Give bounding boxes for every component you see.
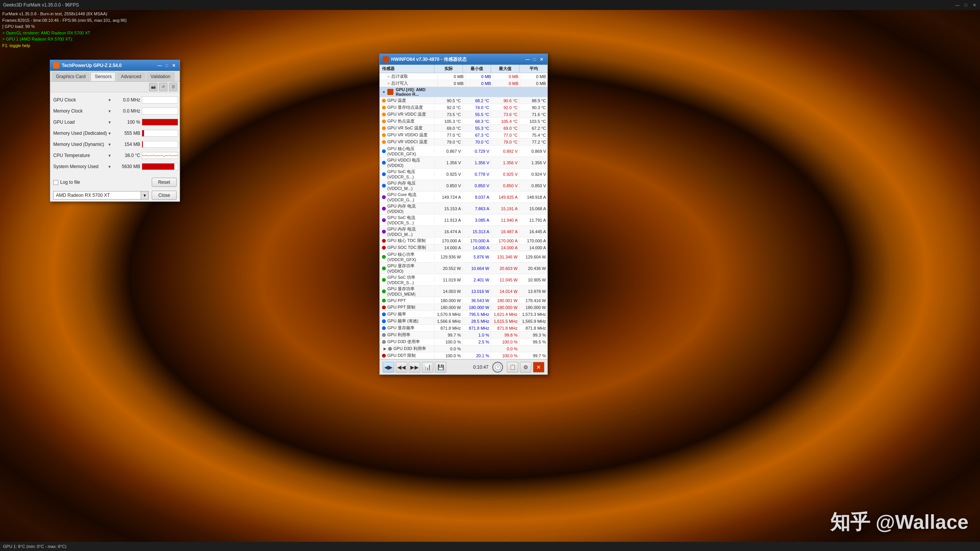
hw-val-soc-tdc-max: 14.000 A <box>491 245 519 250</box>
gpu-expand-arrow[interactable]: ▼ <box>382 90 386 94</box>
snapshot-btn[interactable]: 📷 <box>149 83 157 91</box>
hw-row-mem-current2: GPU 内存 电流 (VDDCI_M...) 16.474 A 15.313 A… <box>380 226 547 237</box>
hwinfo-window: HWiNFO64 v7.30-4870 - 传感器状态 — □ ✕ 传感器 实际… <box>379 54 548 375</box>
soc-volt-icon <box>382 172 386 176</box>
hw-val-vram-junc-min: 74.0 °C <box>462 105 491 110</box>
hw-val-vddci-volt-min: 1.356 V <box>462 160 491 165</box>
sensor-value-gpu-load: 100 % <box>113 119 142 125</box>
close-button[interactable]: Close <box>152 191 177 200</box>
sys-mem-arrow[interactable]: ▼ <box>108 165 111 169</box>
sensor-value-sys-mem: 5630 MB <box>113 164 142 169</box>
hw-chart-btn[interactable]: 📊 <box>422 362 433 373</box>
hwinfo-title: HWiNFO64 v7.30-4870 - 传感器状态 <box>391 56 524 63</box>
hw-val-d3d-util-avg <box>519 348 547 349</box>
tab-sensors[interactable]: Sensors <box>90 72 116 81</box>
gpuz-maximize[interactable]: □ <box>164 62 170 69</box>
hw-close-btn[interactable]: ✕ <box>533 362 544 373</box>
sensor-bar-mem-dedicated <box>142 130 178 137</box>
gpuz-close[interactable]: ✕ <box>170 62 177 69</box>
hw-val-soc-curr-min: 3.085 A <box>462 217 491 223</box>
hw-sensor-d3d-use: GPU D3D 使用率 <box>380 338 434 345</box>
hwinfo-minimize[interactable]: — <box>524 56 531 62</box>
hw-val-vr-vddio-max: 77.0 °C <box>491 132 519 138</box>
watermark: 知乎 @Wallace <box>830 509 969 536</box>
hw-val-writes-avg: 0 MB <box>520 81 547 86</box>
hw-val-soc-volt-avg: 0.924 V <box>519 172 547 177</box>
hw-row-core-power: GPU 核心功率 (VDDCR_GFX) 129.936 W 5.876 W 1… <box>380 251 547 263</box>
reset-button[interactable]: Reset <box>152 178 177 187</box>
tab-graphics-card[interactable]: Graphics Card <box>52 72 90 81</box>
hw-val-gpu-freq-avg: 1,573.3 MHz <box>519 312 547 317</box>
menu-btn[interactable]: ☰ <box>169 83 177 91</box>
hw-val-vram-pwr2-a: 14.003 W <box>434 289 462 294</box>
hw-fwd-btn[interactable]: ▶▶ <box>409 362 420 373</box>
hw-row-soc-current: GPU SoC 电流 (VDDCR_S...) 11.913 A 3.085 A… <box>380 214 547 226</box>
hw-copy-btn[interactable]: 📋 <box>507 362 518 373</box>
hw-row-soc-tdc: GPU SOC TDC 限制 14.000 A 14.000 A 14.000 … <box>380 244 547 251</box>
hw-val-core-pwr-max: 131.346 W <box>491 254 519 260</box>
hw-back-btn[interactable]: ◀◀ <box>396 362 407 373</box>
hw-row-d3d-util: ▶ GPU D3D 利用率 0.0 % 0.0 % <box>380 345 547 352</box>
hw-back-fwd-btn[interactable]: ◀▶ <box>383 362 394 373</box>
d3d-util-expand[interactable]: ▶ <box>383 347 387 351</box>
sensor-label-mem-dynamic: Memory Used (Dynamic) ▼ <box>52 142 113 147</box>
tab-advanced[interactable]: Advanced <box>116 72 145 81</box>
gpu-temp-icon <box>382 99 386 103</box>
hwinfo-maximize[interactable]: □ <box>531 56 538 62</box>
gpuz-title: TechPowerUp GPU-Z 2.54.0 <box>62 63 156 68</box>
hw-save-btn[interactable]: 💾 <box>435 362 446 373</box>
hwinfo-close[interactable]: ✕ <box>538 56 544 62</box>
gpuz-tabs: Graphics Card Sensors Advanced Validatio… <box>50 71 180 82</box>
hw-val-reads-max: 0 MB <box>493 74 520 79</box>
gpuz-minimize[interactable]: — <box>157 62 163 69</box>
hwinfo-table-header: 传感器 实际 最小值 最大值 平均 <box>380 65 547 73</box>
hw-val-mem-volt-max: 0.850 V <box>491 183 519 188</box>
hw-val-gpu-temp-a: 90.5 °C <box>434 98 462 103</box>
hw-sensor-vram-power2: GPU 显存功率 (VDDCI_MEM) <box>380 286 434 297</box>
hw-val-vr-soc-avg: 67.2 °C <box>519 126 547 131</box>
hw-val-core-tdc-avg: 170.000 A <box>519 238 547 244</box>
log-checkbox[interactable] <box>53 180 58 185</box>
hw-sensor-writes: ○ 总计写入 <box>380 80 438 87</box>
hw-val-soc-volt-min: 0.778 V <box>462 172 491 177</box>
hw-sensor-core-current: GPU Core 电流 (VDDCR_G...) <box>380 191 434 203</box>
cpu-temp-arrow[interactable]: ▼ <box>108 154 111 158</box>
hw-row-gpu-util: GPU 利用率 99.7 % 1.0 % 99.8 % 99.3 % <box>380 332 547 338</box>
hw-val-vram-pwr2-max: 14.014 W <box>491 289 519 294</box>
hw-val-writes-max: 0 MB <box>493 81 520 86</box>
hw-val-writes-actual: 0 MB <box>438 81 465 86</box>
vram-junc-icon <box>382 106 386 110</box>
refresh-btn[interactable]: ↺ <box>159 83 167 91</box>
hw-row-gpu-temp: GPU 温度 90.5 °C 68.2 °C 90.6 °C 88.9 °C <box>380 97 547 104</box>
memory-clock-arrow[interactable]: ▼ <box>108 109 111 113</box>
vr-soc-icon <box>382 126 386 130</box>
tab-validation[interactable]: Validation <box>146 72 175 81</box>
reads-expand[interactable]: ○ <box>387 74 390 78</box>
hw-val-mem-freq-max: 871.8 MHz <box>491 325 519 331</box>
hw-row-vr-vddio-temp: GPU VR VDDIO 温度 77.0 °C 67.3 °C 77.0 °C … <box>380 132 547 139</box>
mem-dedicated-arrow[interactable]: ▼ <box>108 131 111 136</box>
hw-gpu-section-label: ▼ GPU [#0]: AMD Radeon R... <box>380 87 434 97</box>
hw-val-vram-junc-a: 92.0 °C <box>434 105 462 110</box>
hw-clock-icon: 🕐 <box>492 362 503 373</box>
gpu-select-box[interactable]: AMD Radeon RX 5700 XT <box>53 191 141 199</box>
close-btn[interactable]: ✕ <box>972 2 977 8</box>
minimize-btn[interactable]: — <box>955 2 960 8</box>
hw-gpu-section[interactable]: ▼ GPU [#0]: AMD Radeon R... <box>380 87 547 97</box>
mem-dynamic-arrow[interactable]: ▼ <box>108 142 111 147</box>
hwinfo-table-body: ○ 总计读取 0 MB 0 MB 0 MB 0 MB ○ 总计写入 0 MB 0… <box>380 73 547 359</box>
sensor-label-mem-dedicated: Memory Used (Dedicated) ▼ <box>52 131 113 136</box>
hw-settings-btn[interactable]: ⚙ <box>520 362 531 373</box>
hw-sensor-gpu-freq: GPU 频率 <box>380 311 434 317</box>
d3d-util-icon <box>388 347 392 351</box>
mem-curr2-icon <box>382 230 386 234</box>
soc-pwr-icon <box>382 278 386 282</box>
gpu-select-arrow[interactable]: ▼ <box>141 191 149 199</box>
hw-val-mem-freq-avg: 871.8 MHz <box>519 325 547 331</box>
vr-vddc-icon <box>382 113 386 116</box>
maximize-btn[interactable]: □ <box>963 2 969 8</box>
hw-val-vram-pwr2-min: 13.016 W <box>462 289 491 294</box>
gpu-load-arrow[interactable]: ▼ <box>108 120 111 124</box>
writes-expand[interactable]: ○ <box>387 81 390 85</box>
gpu-clock-arrow[interactable]: ▼ <box>108 98 111 102</box>
